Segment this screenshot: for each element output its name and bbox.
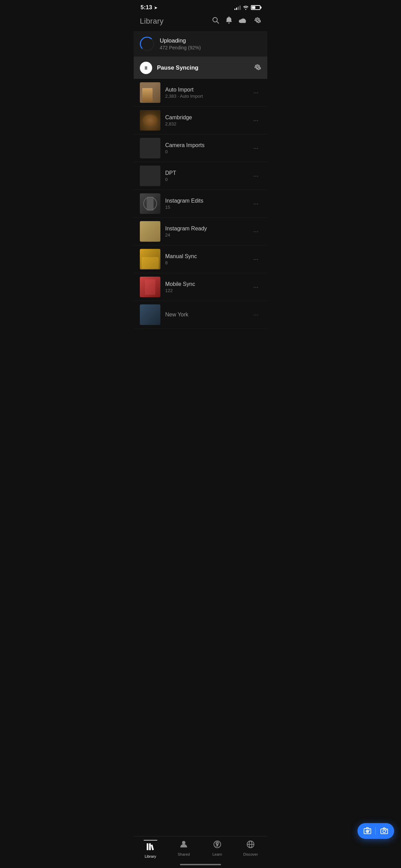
pause-button[interactable]: ⏸ <box>140 62 152 74</box>
album-info-instagram-ready: Instagram Ready 24 <box>165 226 251 238</box>
upload-banner: Uploading 472 Pending (92%) <box>134 31 267 57</box>
cloud-icon[interactable] <box>239 17 247 25</box>
album-count-dpt: 0 <box>165 177 251 182</box>
battery-icon <box>251 5 260 10</box>
album-info-new-york: New York <box>165 312 251 318</box>
album-count-auto-import: 2,383 · Auto Import <box>165 94 251 99</box>
album-thumb-camera-imports <box>140 138 160 158</box>
album-info-manual-sync: Manual Sync 8 <box>165 253 251 265</box>
album-count-instagram-edits: 15 <box>165 205 251 210</box>
album-list: Auto Import 2,383 · Auto Import ··· Camb… <box>134 79 267 363</box>
album-more-auto-import[interactable]: ··· <box>251 86 261 99</box>
upload-spinner <box>140 37 154 51</box>
signal-icon <box>234 5 241 10</box>
pause-syncing-bar[interactable]: ⏸ Pause Syncing <box>134 57 267 79</box>
search-icon[interactable] <box>212 16 219 26</box>
album-more-instagram-edits[interactable]: ··· <box>251 197 261 210</box>
album-item-camera-imports[interactable]: Camera Imports 0 ··· <box>134 134 267 162</box>
album-more-manual-sync[interactable]: ··· <box>251 253 261 266</box>
status-icons <box>234 5 260 10</box>
app-header: Library <box>134 14 267 31</box>
album-count-camera-imports: 0 <box>165 149 251 154</box>
wifi-icon <box>243 5 249 10</box>
album-item-instagram-ready[interactable]: Instagram Ready 24 ··· <box>134 218 267 245</box>
album-more-instagram-ready[interactable]: ··· <box>251 225 261 238</box>
signal-bar-2 <box>236 8 237 10</box>
battery-fill <box>252 6 255 9</box>
album-name-auto-import: Auto Import <box>165 87 251 93</box>
pause-icon: ⏸ <box>144 65 148 70</box>
upload-subtitle: 472 Pending (92%) <box>160 45 201 50</box>
album-item-manual-sync[interactable]: Manual Sync 8 ··· <box>134 245 267 273</box>
album-thumb-new-york <box>140 304 160 325</box>
album-more-camera-imports[interactable]: ··· <box>251 142 261 155</box>
album-name-cambridge: Cambridge <box>165 114 251 121</box>
album-thumb-instagram-edits <box>140 193 160 214</box>
album-count-instagram-ready: 24 <box>165 232 251 238</box>
album-thumb-manual-sync <box>140 249 160 269</box>
album-info-dpt: DPT 0 <box>165 170 251 182</box>
settings-icon[interactable] <box>254 16 261 26</box>
upload-title: Uploading <box>160 37 201 44</box>
album-count-manual-sync: 8 <box>165 260 251 265</box>
header-actions <box>212 16 261 26</box>
album-thumb-instagram-ready <box>140 221 160 242</box>
album-info-instagram-edits: Instagram Edits 15 <box>165 198 251 210</box>
signal-bar-1 <box>234 9 235 10</box>
signal-bar-3 <box>238 7 239 10</box>
album-more-mobile-sync[interactable]: ··· <box>251 281 261 293</box>
album-info-camera-imports: Camera Imports 0 <box>165 142 251 154</box>
album-name-manual-sync: Manual Sync <box>165 253 251 260</box>
album-item-instagram-edits[interactable]: Instagram Edits 15 ··· <box>134 190 267 218</box>
album-more-new-york[interactable]: ··· <box>251 309 261 321</box>
album-item-dpt[interactable]: DPT 0 ··· <box>134 162 267 190</box>
album-thumb-cambridge <box>140 110 160 131</box>
location-icon: ➤ <box>154 5 158 10</box>
album-thumb-dpt <box>140 166 160 186</box>
album-info-cambridge: Cambridge 2,832 <box>165 114 251 126</box>
svg-line-1 <box>217 22 219 24</box>
album-info-mobile-sync: Mobile Sync 122 <box>165 281 251 293</box>
album-count-mobile-sync: 122 <box>165 288 251 293</box>
status-time: 5:13 ➤ <box>141 4 158 11</box>
pause-left: ⏸ Pause Syncing <box>140 62 198 74</box>
upload-info: Uploading 472 Pending (92%) <box>160 37 201 50</box>
status-bar: 5:13 ➤ <box>134 0 267 14</box>
album-name-instagram-ready: Instagram Ready <box>165 226 251 232</box>
page-title: Library <box>140 17 163 26</box>
album-thumb-auto-import <box>140 82 160 103</box>
album-item-mobile-sync[interactable]: Mobile Sync 122 ··· <box>134 273 267 301</box>
album-more-dpt[interactable]: ··· <box>251 170 261 182</box>
album-name-camera-imports: Camera Imports <box>165 142 251 148</box>
album-name-instagram-edits: Instagram Edits <box>165 198 251 204</box>
album-name-mobile-sync: Mobile Sync <box>165 281 251 287</box>
album-item-auto-import[interactable]: Auto Import 2,383 · Auto Import ··· <box>134 79 267 107</box>
album-thumb-mobile-sync <box>140 277 160 297</box>
album-item-cambridge[interactable]: Cambridge 2,832 ··· <box>134 107 267 134</box>
time-display: 5:13 <box>141 4 152 11</box>
pause-label: Pause Syncing <box>157 64 198 71</box>
notifications-icon[interactable] <box>226 16 232 26</box>
album-count-cambridge: 2,832 <box>165 121 251 126</box>
album-item-new-york[interactable]: New York ··· <box>134 301 267 329</box>
album-name-dpt: DPT <box>165 170 251 176</box>
album-name-new-york: New York <box>165 312 251 318</box>
pause-settings-icon[interactable] <box>254 63 261 73</box>
album-more-cambridge[interactable]: ··· <box>251 114 261 127</box>
album-info-auto-import: Auto Import 2,383 · Auto Import <box>165 87 251 99</box>
signal-bar-4 <box>240 5 241 10</box>
